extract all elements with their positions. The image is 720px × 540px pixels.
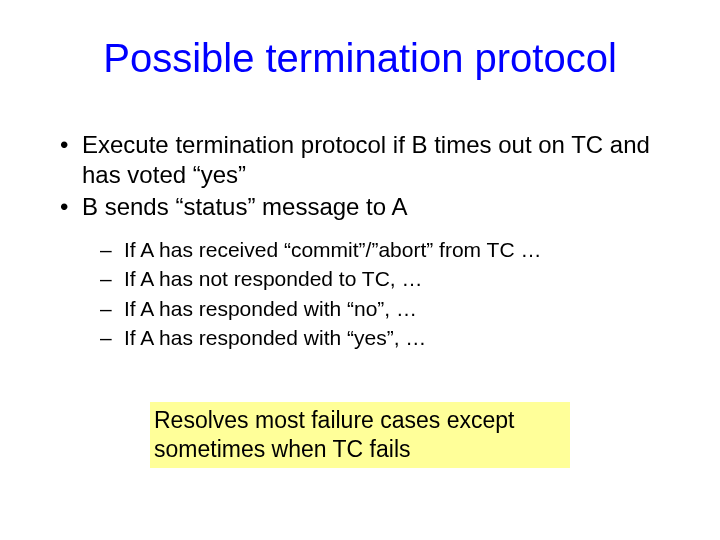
dash-marker: – <box>100 265 124 293</box>
bullet-level2: – If A has responded with “yes”, … <box>100 324 660 352</box>
bullet-text: If A has received “commit”/”abort” from … <box>124 236 660 264</box>
bullet-level1: • B sends “status” message to A <box>60 192 660 222</box>
dash-marker: – <box>100 236 124 264</box>
bullet-level1: • Execute termination protocol if B time… <box>60 130 660 190</box>
bullet-text: If A has responded with “no”, … <box>124 295 660 323</box>
highlight-callout: Resolves most failure cases except somet… <box>150 402 570 468</box>
sub-bullet-list: – If A has received “commit”/”abort” fro… <box>100 236 660 352</box>
bullet-marker: • <box>60 130 82 190</box>
dash-marker: – <box>100 324 124 352</box>
bullet-text: B sends “status” message to A <box>82 192 660 222</box>
bullet-level2: – If A has not responded to TC, … <box>100 265 660 293</box>
bullet-text: If A has not responded to TC, … <box>124 265 660 293</box>
slide: Possible termination protocol • Execute … <box>0 0 720 540</box>
bullet-marker: • <box>60 192 82 222</box>
bullet-text: Execute termination protocol if B times … <box>82 130 660 190</box>
bullet-text: If A has responded with “yes”, … <box>124 324 660 352</box>
slide-body: • Execute termination protocol if B time… <box>60 130 660 353</box>
slide-title: Possible termination protocol <box>0 36 720 80</box>
dash-marker: – <box>100 295 124 323</box>
bullet-level2: – If A has responded with “no”, … <box>100 295 660 323</box>
bullet-level2: – If A has received “commit”/”abort” fro… <box>100 236 660 264</box>
